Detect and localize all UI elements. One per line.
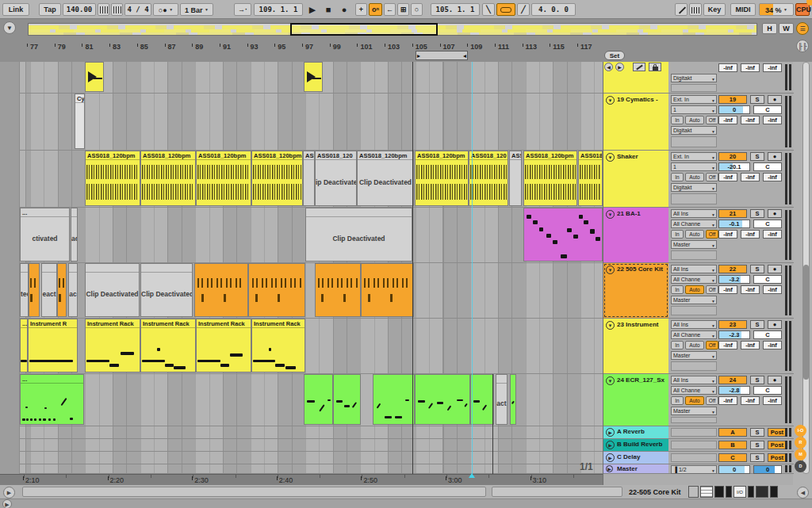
clip[interactable] (523, 208, 603, 262)
send-c-field[interactable]: -inf (763, 116, 782, 124)
monitor-off-button[interactable]: Off (706, 396, 718, 405)
track-header[interactable]: ▼23 InstrumentAll Ins▼All Channe▼InAutoO… (603, 319, 794, 374)
fold-arrow-icon[interactable]: ▶ (606, 441, 615, 449)
track-number-activator[interactable]: 22 (718, 265, 747, 273)
clip[interactable]: ASS (303, 151, 315, 206)
send-field-partial[interactable]: -inf (741, 63, 760, 72)
cue-out-chooser[interactable]: ▐ 1/2▼ (671, 465, 717, 474)
clip[interactable]: ASS (509, 151, 522, 206)
fold-arrow-icon[interactable]: ▼ (606, 210, 615, 219)
solo-button[interactable]: S (750, 428, 764, 437)
clip[interactable]: Instrument R (28, 319, 78, 372)
scrub-arrow-button[interactable] (633, 63, 645, 71)
track-number-activator[interactable]: 19 (718, 95, 747, 104)
clip[interactable] (57, 263, 67, 317)
tempo-field[interactable]: 140.00 (63, 3, 96, 16)
pan-field[interactable]: C (753, 220, 782, 228)
master-volume-field[interactable]: 0 (718, 465, 750, 474)
solo-button[interactable]: S (750, 376, 764, 384)
clip[interactable] (194, 263, 248, 317)
track-number-activator[interactable]: 20 (718, 152, 747, 161)
track-name-area[interactable]: ▼19 Cymatics - (603, 94, 668, 150)
send-b-field[interactable]: -inf (741, 173, 760, 181)
clip[interactable] (248, 263, 305, 317)
pan-field[interactable]: C (753, 162, 782, 171)
send-c-field[interactable]: -inf (763, 285, 782, 294)
clip[interactable] (29, 263, 40, 317)
monitor-in-button[interactable]: In (671, 341, 684, 349)
stop-button[interactable]: ■ (322, 3, 335, 16)
clip[interactable] (510, 374, 516, 425)
monitor-in-button[interactable]: In (671, 173, 684, 181)
track-name-area[interactable]: ▼21 BA-1 (603, 208, 668, 262)
track-lane[interactable]: teceactacClip DeactivatedClip Deactivate… (20, 263, 603, 319)
clip[interactable]: tec (20, 263, 29, 317)
fold-arrow-icon[interactable]: ▼ (606, 96, 615, 105)
hide-overview-chevron[interactable]: ▼ (3, 21, 16, 34)
clip[interactable] (361, 263, 414, 317)
vertical-scrollbar-thumb[interactable] (803, 265, 809, 380)
fold-arrow-icon[interactable]: ▼ (606, 376, 615, 385)
key-map-button[interactable]: Key (703, 3, 726, 16)
send-field-partial[interactable]: -inf (718, 63, 737, 72)
clip[interactable]: ASS018_120 (469, 151, 508, 206)
clip[interactable]: ac (68, 263, 78, 317)
return-io-slot[interactable] (671, 428, 717, 437)
fold-arrow-icon[interactable]: ▼ (606, 265, 615, 274)
return-number-activator[interactable]: A (718, 428, 747, 437)
clip[interactable] (373, 374, 415, 425)
clip[interactable]: ...ctivated (20, 208, 70, 262)
track-lane[interactable] (20, 62, 603, 94)
show-detail-view-right-chevron[interactable]: ◀ (797, 487, 809, 498)
track-header[interactable]: ▼ShakerExt. In▼1▼InAutoOffDigitakt▼20S●-… (603, 151, 794, 208)
clip[interactable] (333, 374, 361, 425)
solo-button[interactable]: S (750, 209, 764, 218)
monitor-off-button[interactable]: Off (706, 116, 718, 124)
pan-field[interactable]: C (753, 105, 782, 114)
clip[interactable]: ... (20, 374, 84, 425)
loop-start-display[interactable]: 105. 1. 1 (431, 3, 480, 16)
fold-arrow-icon[interactable]: ▼ (606, 321, 615, 330)
track-number-activator[interactable]: 21 (718, 209, 747, 218)
clip[interactable]: ASS018_120bpm (140, 151, 196, 206)
loop-brace[interactable]: ▸ ◂ (416, 51, 468, 60)
solo-button[interactable]: S (750, 320, 764, 329)
clip[interactable]: Instrument Rack (251, 319, 305, 372)
clip[interactable]: ASS018_120bpm (523, 151, 577, 206)
beat-time-ruler[interactable]: ▸ ◂ 777981838587899193959799101103105107… (0, 36, 603, 62)
arm-button[interactable]: ● (768, 265, 782, 273)
output-chooser[interactable]: Digitakt▼ (671, 74, 717, 82)
clip[interactable] (315, 263, 361, 317)
input-channel-chooser[interactable]: 1▼ (671, 105, 717, 114)
track-lane[interactable] (20, 439, 603, 452)
send-a-field[interactable]: -inf (718, 341, 737, 349)
return-number-activator[interactable]: C (718, 453, 747, 462)
follow-button[interactable]: →· (234, 3, 251, 16)
show-detail-view-left-chevron[interactable]: ▶ (3, 487, 15, 498)
clip[interactable]: ASS018_120bpm (196, 151, 251, 206)
pre-post-toggle[interactable]: Post (768, 441, 787, 449)
send-a-field[interactable]: -inf (718, 116, 737, 124)
send-a-field[interactable]: -inf (718, 230, 737, 239)
device-slot[interactable] (671, 84, 717, 92)
clip[interactable]: ASS018_120bpm (415, 151, 469, 206)
fold-arrow-icon[interactable]: ▼ (606, 153, 615, 162)
loop-length-display[interactable]: 4. 0. 0 (531, 3, 576, 16)
time-ruler[interactable]: 2:102:202:302:402:503:003:10 (0, 474, 603, 485)
solo-button[interactable]: S (750, 95, 764, 104)
clip[interactable] (304, 374, 333, 425)
track-lane[interactable] (20, 426, 603, 439)
return-name-area[interactable]: ▶A Reverb (603, 426, 668, 438)
solo-button[interactable]: S (750, 152, 764, 161)
track-lane[interactable]: ASS018_120bpmASS018_120bpmASS018_120bpmA… (20, 151, 603, 208)
return-track-header[interactable]: ▶B Build ReverbBSPost (603, 439, 794, 452)
lock-envelopes-button[interactable] (649, 63, 661, 71)
clip[interactable]: act (496, 374, 508, 425)
send-b-field[interactable]: -inf (741, 341, 760, 349)
punch-markers-button[interactable]: ⊞ (397, 3, 409, 16)
section-toggle-io[interactable]: I-O (795, 425, 806, 437)
link-button[interactable]: Link (2, 3, 29, 16)
return-io-slot[interactable] (671, 453, 717, 462)
monitor-in-button[interactable]: In (671, 285, 684, 294)
device-slot[interactable] (671, 361, 717, 371)
